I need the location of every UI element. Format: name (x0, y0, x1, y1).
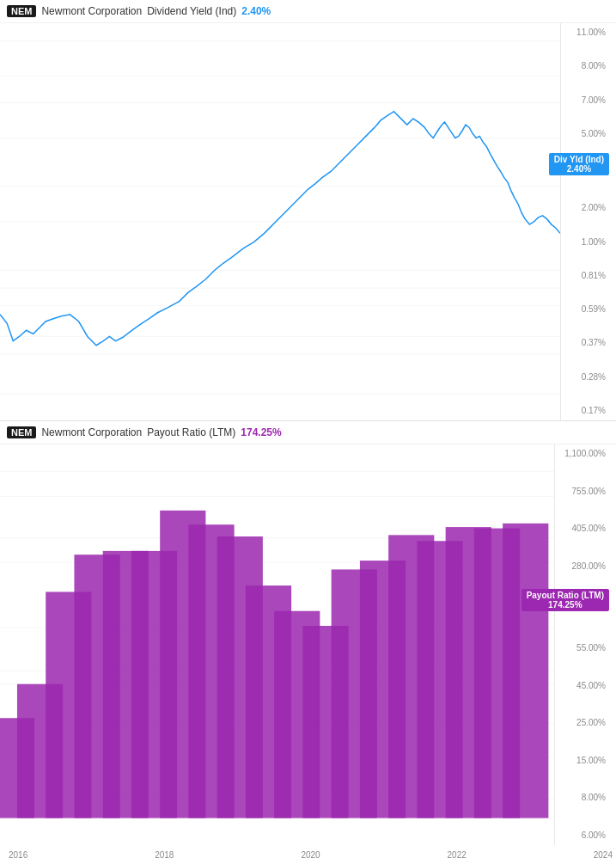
top-chart: NEM Newmont Corporation Dividend Yield (… (0, 0, 616, 421)
top-y-label-12: 0.17% (564, 407, 609, 415)
bottom-y-label-3: 405.00% (558, 524, 609, 533)
bottom-tooltip: Payout Ratio (LTM) 174.25% (521, 589, 609, 611)
top-y-label-1: 11.00% (564, 28, 609, 37)
x-label-2020: 2020 (301, 850, 320, 860)
bottom-y-label-6: 55.00% (558, 644, 609, 653)
top-y-axis: 11.00% 8.00% 7.00% 5.00% 3.00% Div Yld (… (560, 23, 616, 420)
top-y-label-9: 0.59% (564, 305, 609, 314)
top-y-label-7: 1.00% (564, 238, 609, 247)
x-label-2022: 2022 (448, 850, 467, 860)
top-company-name: Newmont Corporation (41, 5, 142, 17)
top-ticker-badge: NEM (7, 5, 36, 17)
bottom-y-label-9: 15.00% (558, 757, 609, 765)
bottom-metric-value: 174.25% (241, 426, 281, 438)
bottom-ticker-badge: NEM (7, 426, 36, 438)
bottom-bar-chart-svg (0, 444, 554, 845)
top-y-label-10: 0.37% (564, 339, 609, 347)
top-chart-area: 11.00% 8.00% 7.00% 5.00% 3.00% Div Yld (… (0, 23, 616, 420)
bottom-x-labels: 2016 2018 2020 2022 2024 (0, 850, 616, 860)
bottom-chart: NEM Newmont Corporation Payout Ratio (LT… (0, 421, 616, 864)
bottom-y-label-10: 8.00% (558, 794, 609, 802)
top-y-label-11: 0.28% (564, 373, 609, 382)
bottom-y-label-4: 280.00% (558, 562, 609, 571)
main-container: NEM Newmont Corporation Dividend Yield (… (0, 0, 616, 864)
top-line-chart-svg (0, 23, 560, 420)
bottom-metric-name: Payout Ratio (LTM) (147, 426, 235, 438)
bottom-plot-area (0, 444, 554, 845)
x-label-2024: 2024 (594, 850, 613, 860)
bottom-company-name: Newmont Corporation (41, 426, 142, 438)
x-label-2016: 2016 (9, 850, 27, 860)
top-chart-header: NEM Newmont Corporation Dividend Yield (… (0, 0, 616, 23)
top-y-label-4: 5.00% (564, 130, 609, 138)
x-label-2018: 2018 (155, 850, 174, 860)
top-plot-area (0, 23, 560, 420)
top-y-label-8: 0.81% (564, 272, 609, 280)
bottom-chart-area: 1,100.00% 755.00% 405.00% 280.00% 105.00… (0, 444, 616, 845)
top-metric-value: 2.40% (241, 5, 271, 17)
bar-item (503, 524, 548, 818)
bottom-chart-header: NEM Newmont Corporation Payout Ratio (LT… (0, 421, 616, 444)
bottom-x-axis: 2016 2018 2020 2022 2024 (0, 845, 616, 864)
top-y-label-6: 2.00% (564, 204, 609, 212)
top-tooltip: Div Yld (Ind) 2.40% (549, 153, 609, 175)
top-y-label-3: 7.00% (564, 96, 609, 105)
bottom-y-label-1: 1,100.00% (558, 450, 609, 458)
top-metric-name: Dividend Yield (Ind) (147, 5, 236, 17)
bottom-y-label-2: 755.00% (558, 487, 609, 496)
top-y-label-2: 8.00% (564, 62, 609, 70)
bottom-y-axis: 1,100.00% 755.00% 405.00% 280.00% 105.00… (554, 444, 616, 845)
bottom-y-label-7: 45.00% (558, 682, 609, 690)
bottom-y-label-8: 25.00% (558, 719, 609, 727)
bottom-y-label-11: 6.00% (558, 831, 609, 840)
